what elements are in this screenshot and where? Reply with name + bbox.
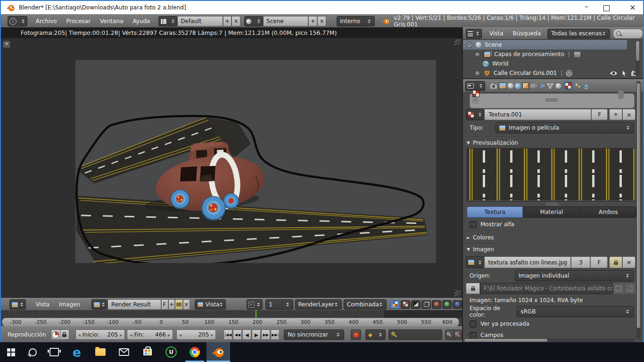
jump-end-button[interactable]: ▶▶| — [271, 329, 280, 340]
image-browse-button[interactable] — [91, 299, 107, 310]
selectability-cursor-icon[interactable] — [621, 70, 627, 77]
editor-type-image-button[interactable] — [9, 299, 26, 310]
channel-green-button[interactable] — [442, 300, 452, 309]
timeline-area[interactable]: -300 -250 -200 -150 -100 -50 0 50 100 15… — [1, 310, 462, 326]
outliner-scrollbar[interactable] — [636, 41, 640, 76]
frame-end-field[interactable]: ◂Fin: 466▸ — [127, 329, 173, 340]
scene-browse-button[interactable] — [244, 16, 263, 26]
menu-procesar[interactable]: Procesar — [62, 18, 96, 25]
pack-image-button[interactable] — [609, 256, 622, 268]
timeline-scrollbar[interactable]: -300 -250 -200 -150 -100 -50 0 50 100 15… — [2, 318, 459, 327]
preview-mode-textura-button[interactable]: Textura — [467, 206, 523, 218]
editor-type-info-button[interactable]: i — [8, 16, 27, 26]
close-button[interactable]: × — [625, 3, 640, 12]
pack-toggle-button[interactable] — [466, 283, 480, 294]
texture-browse-button[interactable] — [466, 109, 484, 120]
add-layout-button[interactable]: + — [223, 16, 232, 26]
panel-expand-widget[interactable]: + — [3, 41, 10, 48]
channel-rgba-button[interactable] — [390, 300, 400, 309]
tab-render-layers-icon[interactable] — [499, 82, 506, 89]
channel-blue-button[interactable] — [453, 300, 462, 309]
keying-set-type-button[interactable]: ◆ — [365, 329, 386, 340]
outliner-menu-vista[interactable]: Vista — [485, 30, 508, 37]
image-datablock-field[interactable]: Render Result — [107, 299, 161, 310]
tab-physics-icon[interactable] — [583, 83, 590, 89]
sync-mode-select[interactable]: No sincronizar — [284, 329, 344, 340]
collapse-icon[interactable]: − — [466, 42, 472, 48]
edge-button[interactable]: e — [65, 342, 89, 362]
tab-particles-icon[interactable] — [574, 82, 581, 89]
new-image-button[interactable]: + — [168, 299, 175, 310]
image-name-field[interactable]: textura asfalto con lineas.jpg — [484, 256, 571, 268]
menu-ventana[interactable]: Ventana — [95, 18, 128, 25]
open-image-button[interactable] — [175, 299, 182, 310]
render-pass-select[interactable]: Combinada — [344, 299, 387, 310]
tab-modifiers-icon[interactable] — [539, 83, 545, 89]
tab-render-icon[interactable] — [490, 83, 497, 89]
timeline-playhead[interactable] — [256, 310, 256, 318]
frame-start-field[interactable]: ◂Inicio: 205▸ — [75, 329, 125, 340]
outliner-row-world[interactable]: World — [463, 59, 627, 68]
preview-mode-ambos-button[interactable]: Ambos — [580, 206, 636, 218]
image-users-button[interactable]: 3 — [571, 256, 590, 268]
pivot-button[interactable] — [247, 299, 263, 310]
maximize-button[interactable] — [603, 5, 610, 11]
visibility-eye-icon[interactable] — [610, 71, 618, 76]
properties-scrollbar-horizontal[interactable] — [464, 338, 635, 342]
slot-list-grip[interactable] — [545, 99, 558, 99]
screen-layout-icon-button[interactable] — [158, 16, 177, 26]
tab-object-icon[interactable] — [522, 82, 529, 89]
outliner-row-scene[interactable]: − Scene — [463, 40, 627, 49]
image-source-select[interactable]: Imagen individual — [515, 270, 634, 281]
store-button[interactable] — [136, 342, 159, 362]
blender-taskbar-button[interactable] — [206, 342, 230, 362]
iobit-button[interactable]: U — [159, 342, 183, 362]
outliner-row-render-layers[interactable]: + Capas de procesamiento | — [463, 49, 627, 59]
delete-keyframe-button[interactable] — [454, 329, 462, 340]
slot-list-scrollbar[interactable] — [618, 90, 624, 99]
minimize-button[interactable]: – — [579, 2, 594, 11]
fake-user-button[interactable]: F — [161, 299, 168, 310]
insert-keyframe-button[interactable] — [445, 329, 454, 340]
render-layer-select[interactable]: RenderLayer — [295, 299, 342, 310]
preview-panel-header[interactable]: ▼ Previsualización :::: — [467, 139, 639, 147]
task-view-button[interactable] — [43, 342, 65, 362]
keying-set-field[interactable] — [388, 329, 442, 340]
tab-world-icon[interactable] — [515, 83, 521, 89]
image-editor-canvas[interactable]: + — [1, 38, 462, 298]
chrome-button[interactable] — [183, 342, 206, 362]
image-filepath-field[interactable]: F:\El Rotulador Mágico - Corto\textura a… — [480, 283, 613, 294]
delete-layout-button[interactable]: × — [231, 16, 240, 26]
menu-reproduccion[interactable]: Reproducción — [3, 331, 51, 338]
play-reverse-button[interactable]: ◀ — [242, 329, 251, 340]
next-keyframe-button[interactable]: ▶▶ — [261, 329, 270, 340]
delete-scene-button[interactable]: × — [317, 16, 326, 26]
image-fake-user-button[interactable]: F — [590, 256, 608, 268]
start-button[interactable] — [0, 342, 22, 362]
colors-panel-header[interactable]: ► Colores :::: — [467, 233, 639, 242]
editor-type-properties-button[interactable] — [465, 81, 485, 91]
image-browse-button-props[interactable] — [466, 256, 484, 268]
current-frame-field[interactable]: ◂205▸ — [176, 329, 216, 340]
record-button[interactable] — [351, 329, 361, 340]
file-explorer-button[interactable] — [89, 342, 112, 362]
mail-button[interactable] — [112, 342, 136, 362]
tab-data-icon[interactable] — [547, 83, 553, 89]
texture-unlink-button[interactable]: × — [622, 109, 636, 120]
channel-red-button[interactable] — [432, 300, 441, 309]
slot-select[interactable]: 1 — [265, 299, 293, 310]
screen-layout-name-field[interactable]: Default — [177, 16, 223, 26]
texture-slots-list[interactable]: + — [470, 93, 635, 108]
outliner-menu-busqueda[interactable]: Búsqueda — [508, 30, 546, 37]
fields-checkbox[interactable] — [470, 332, 477, 339]
area-resize-grip-bottom[interactable] — [454, 290, 461, 296]
unlink-image-button[interactable]: × — [183, 299, 190, 310]
expand-icon[interactable]: + — [474, 51, 480, 58]
image-unlink-button[interactable]: × — [622, 256, 636, 268]
area-resize-grip-top[interactable] — [454, 39, 461, 45]
image-panel-header[interactable]: ▼ Imagen :::: — [467, 245, 639, 254]
reload-image-button-disabled[interactable] — [624, 283, 636, 294]
show-alpha-checkbox[interactable] — [470, 221, 477, 228]
view-as-render-row[interactable]: Ver ya procesada — [470, 320, 573, 328]
color-space-select[interactable]: sRGB — [517, 306, 634, 317]
